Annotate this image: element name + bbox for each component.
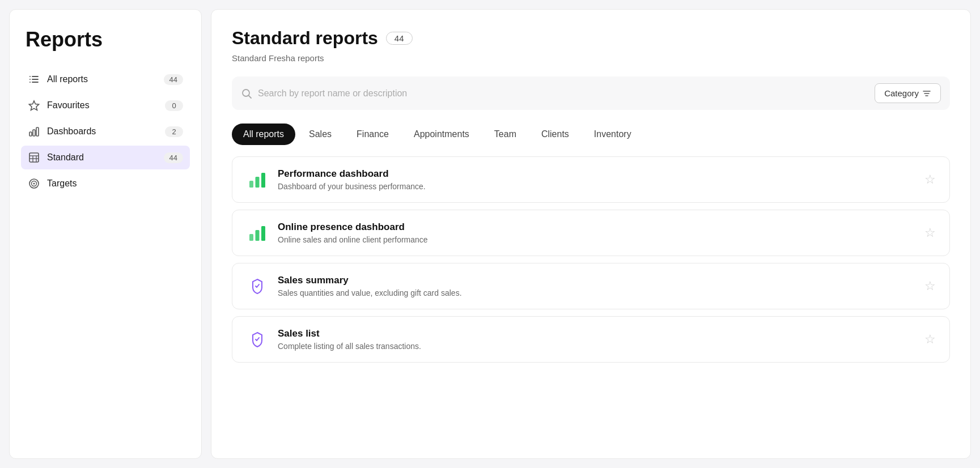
table-icon [28,151,40,164]
sidebar-item-dashboards-count: 2 [165,126,183,137]
tab-appointments[interactable]: Appointments [402,124,481,145]
sidebar-item-standard-label: Standard [47,152,84,163]
tab-finance[interactable]: Finance [345,124,400,145]
report-title-online-presence: Online presence dashboard [278,222,915,233]
svg-rect-27 [256,230,260,241]
list-icon [28,73,40,86]
report-desc-sales-summary: Sales quantities and value, excluding gi… [278,288,915,297]
sidebar-item-dashboards[interactable]: Dashboards 2 [21,120,190,143]
target-icon [28,177,40,190]
svg-rect-10 [29,153,39,162]
tab-inventory[interactable]: Inventory [583,124,643,145]
report-icon-sales-list [246,328,269,351]
report-star-sales-list[interactable]: ☆ [924,333,936,346]
svg-rect-8 [33,130,35,136]
report-desc-performance: Dashboard of your business performance. [278,182,915,191]
report-title-sales-list: Sales list [278,328,915,339]
report-star-sales-summary[interactable]: ☆ [924,280,936,292]
svg-line-19 [249,96,251,98]
main-content: Standard reports 44 Standard Fresha repo… [211,9,971,459]
page-count-badge: 44 [386,32,413,45]
sidebar-item-dashboards-label: Dashboards [47,126,96,137]
report-desc-sales-list: Complete listing of all sales transactio… [278,342,915,351]
sidebar-item-favourites[interactable]: Favourites 0 [21,93,190,117]
svg-rect-7 [29,132,32,136]
sidebar-item-standard-count: 44 [164,152,183,163]
sidebar-item-all-reports-label: All reports [47,74,88,84]
svg-rect-25 [261,173,265,188]
sidebar-item-targets[interactable]: Targets [21,172,190,195]
svg-rect-28 [261,226,265,241]
svg-rect-9 [36,127,39,136]
sidebar-item-favourites-count: 0 [165,100,183,111]
bar-chart-icon [28,125,40,138]
report-card-sales-summary[interactable]: Sales summary Sales quantities and value… [232,263,950,309]
report-icon-online-presence [246,222,269,244]
report-desc-online-presence: Online sales and online client performan… [278,235,915,244]
category-button-label: Category [884,88,919,98]
report-icon-performance [246,168,269,191]
page-header: Standard reports 44 [232,28,950,49]
svg-rect-26 [249,234,253,241]
report-icon-sales-summary [246,275,269,297]
star-icon [28,99,40,112]
tab-sales[interactable]: Sales [298,124,343,145]
page-title: Standard reports [232,28,378,49]
search-icon [241,88,252,99]
svg-marker-6 [29,101,39,110]
sidebar-item-standard[interactable]: Standard 44 [21,146,190,169]
report-card-sales-list[interactable]: Sales list Complete listing of all sales… [232,316,950,363]
sidebar-nav: All reports 44 Favourites 0 [21,67,190,195]
svg-rect-23 [249,181,253,188]
search-wrapper [241,88,866,99]
sidebar-item-all-reports[interactable]: All reports 44 [21,67,190,91]
sidebar-item-targets-label: Targets [47,178,77,189]
category-button[interactable]: Category [875,83,941,103]
svg-point-17 [33,183,35,185]
sidebar-item-all-reports-count: 44 [164,74,183,85]
report-star-performance[interactable]: ☆ [924,173,936,186]
tab-row: All reports Sales Finance Appointments T… [232,124,950,145]
report-card-online-presence[interactable]: Online presence dashboard Online sales a… [232,210,950,256]
svg-rect-24 [256,177,260,188]
report-star-online-presence[interactable]: ☆ [924,227,936,239]
sidebar-title: Reports [21,28,190,52]
tab-clients[interactable]: Clients [530,124,580,145]
sidebar-item-favourites-label: Favourites [47,100,90,110]
tab-all-reports[interactable]: All reports [232,124,295,145]
svg-point-18 [243,90,249,96]
tab-team[interactable]: Team [483,124,528,145]
search-filter-row: Category [232,76,950,110]
report-card-performance-dashboard[interactable]: Performance dashboard Dashboard of your … [232,156,950,203]
sidebar: Reports All reports [9,9,202,459]
report-title-sales-summary: Sales summary [278,275,915,286]
filter-icon [922,89,931,98]
search-input[interactable] [258,88,866,99]
report-title-performance: Performance dashboard [278,168,915,180]
page-subtitle: Standard Fresha reports [232,53,950,63]
report-list: Performance dashboard Dashboard of your … [232,156,950,363]
